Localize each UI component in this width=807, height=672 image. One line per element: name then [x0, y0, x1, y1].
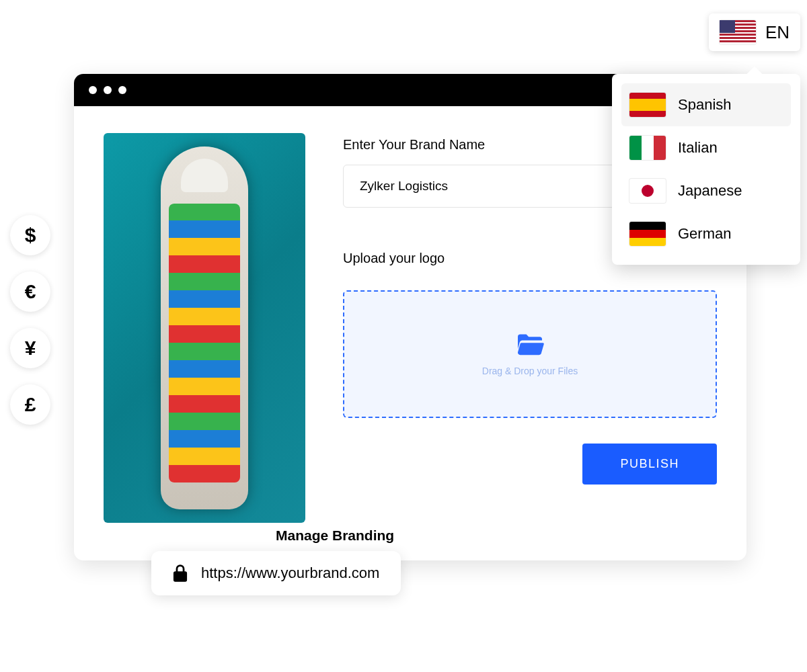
container-ship-illustration	[161, 146, 248, 509]
currency-chip-gbp[interactable]: £	[10, 384, 50, 425]
language-option-label: Japanese	[678, 182, 742, 200]
currency-rail: $ € ¥ £	[10, 215, 50, 425]
flag-es-icon	[629, 93, 666, 117]
language-dropdown: Spanish Italian Japanese German	[612, 74, 800, 265]
flag-jp-icon	[629, 179, 666, 203]
manage-branding-caption: Manage Branding	[276, 528, 394, 544]
brand-url: https://www.yourbrand.com	[201, 564, 379, 582]
currency-chip-jpy[interactable]: ¥	[10, 328, 50, 368]
language-option-spanish[interactable]: Spanish	[621, 83, 791, 126]
window-dot	[118, 86, 126, 94]
logo-dropzone[interactable]: Drag & Drop your Files	[343, 290, 717, 418]
language-option-japanese[interactable]: Japanese	[621, 169, 791, 212]
language-option-german[interactable]: German	[621, 212, 791, 255]
language-code: EN	[765, 22, 790, 43]
dropzone-hint: Drag & Drop your Files	[482, 366, 578, 376]
publish-button[interactable]: PUBLISH	[582, 444, 717, 485]
flag-us-icon	[720, 20, 756, 44]
currency-chip-usd[interactable]: $	[10, 215, 50, 255]
currency-chip-eur[interactable]: €	[10, 271, 50, 312]
brand-hero-image	[104, 133, 305, 523]
window-dot	[89, 86, 97, 94]
url-display: https://www.yourbrand.com	[151, 551, 401, 595]
folder-open-icon	[515, 332, 545, 356]
window-dot	[104, 86, 112, 94]
language-option-label: German	[678, 225, 731, 243]
lock-icon	[173, 564, 188, 582]
flag-it-icon	[629, 136, 666, 160]
language-option-label: Spanish	[678, 96, 732, 114]
language-option-italian[interactable]: Italian	[621, 126, 791, 169]
language-option-label: Italian	[678, 139, 718, 157]
language-selector-chip[interactable]: EN	[709, 13, 800, 51]
flag-de-icon	[629, 222, 666, 246]
